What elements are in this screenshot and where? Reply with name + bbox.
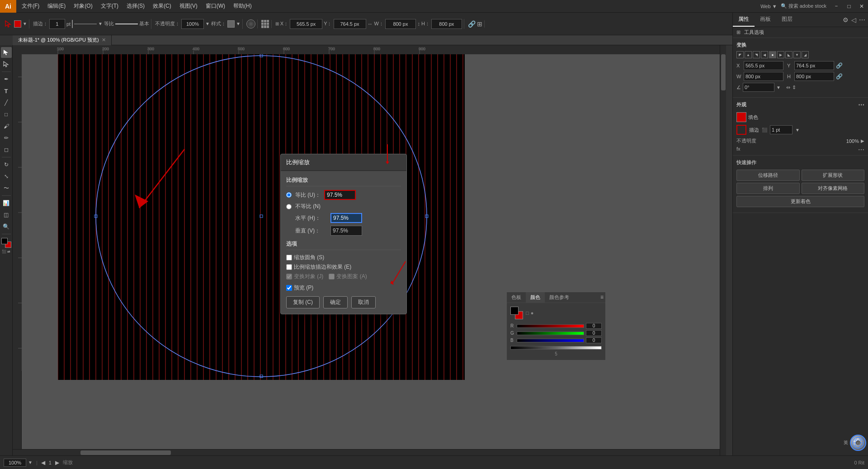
x-input[interactable] — [290, 19, 322, 29]
stroke-size-input[interactable] — [49, 19, 65, 29]
menu-edit[interactable]: 编辑(E) — [44, 1, 69, 11]
cp-tab-swatches[interactable]: 色板 — [507, 292, 526, 303]
uniform-value-input[interactable]: 97.5% — [324, 190, 356, 200]
horizontal-scrollbar[interactable] — [13, 449, 720, 455]
v-scroll-thumb[interactable] — [721, 54, 726, 90]
angle-dropdown-icon[interactable]: ▼ — [776, 85, 781, 90]
x-value-input[interactable] — [744, 61, 783, 70]
line-tool[interactable]: ╱ — [1, 97, 12, 108]
menu-view[interactable]: 视图(V) — [176, 1, 201, 11]
h-input[interactable] — [431, 19, 462, 29]
align-mr-icon[interactable]: ▶ — [777, 51, 784, 58]
horizontal-value-input[interactable]: 97.5% — [330, 213, 362, 223]
align-tl-icon[interactable]: ◤ — [736, 51, 744, 58]
globe-icon[interactable]: ⬡ — [850, 435, 866, 451]
panel-settings-icon[interactable]: ⚙ — [843, 16, 849, 24]
cp-tab-guide[interactable]: 颜色参考 — [545, 292, 574, 303]
offset-path-button[interactable]: 位移路径 — [736, 170, 800, 181]
align-tc-icon[interactable]: ▲ — [745, 51, 752, 58]
close-button[interactable]: ✕ — [855, 0, 868, 13]
fill-color-swatch[interactable] — [14, 20, 21, 28]
fx-label[interactable]: fx — [736, 146, 741, 152]
panel-expand-icon[interactable]: ◁ — [851, 16, 856, 24]
direct-selection-tool[interactable] — [1, 59, 12, 70]
flip-h-icon[interactable]: ⇔ — [786, 85, 790, 90]
align-ml-icon[interactable]: ◀ — [761, 51, 768, 58]
default-colors-icon[interactable]: ⬛ — [2, 250, 6, 254]
cancel-button[interactable]: 取消 — [351, 296, 376, 308]
menu-window[interactable]: 窗口(W) — [202, 1, 229, 11]
align-bl-icon[interactable]: ◣ — [785, 51, 793, 58]
flip-v-icon[interactable]: ⇕ — [792, 85, 796, 90]
align-bc-icon[interactable]: ▼ — [793, 51, 801, 58]
stroke-dropdown-icon[interactable]: ▼ — [795, 128, 800, 133]
w-value-input[interactable] — [744, 72, 783, 81]
eraser-tool[interactable]: ◻ — [1, 144, 12, 155]
expand-shape-button[interactable]: 扩展形状 — [802, 170, 865, 181]
panel-more-icon[interactable]: ⋯ — [859, 16, 865, 24]
graph-tool[interactable]: 📊 — [1, 198, 12, 208]
appearance-expand-icon[interactable]: ⋯ — [858, 146, 864, 153]
cp-tab-color[interactable]: 颜色 — [526, 292, 545, 303]
recolor-button[interactable]: 更新着色 — [736, 196, 864, 207]
scale-corners-checkbox[interactable] — [286, 255, 292, 261]
angle-input[interactable] — [743, 83, 774, 92]
vertical-scrollbar[interactable] — [720, 45, 726, 455]
menu-text[interactable]: 文字(T) — [97, 1, 122, 11]
grayscale-bar[interactable] — [510, 346, 602, 350]
h-value-input[interactable] — [794, 72, 834, 81]
search-adobe[interactable]: 🔍 搜索 adobe stock — [781, 3, 826, 9]
navigate-left-icon[interactable]: ◀ — [41, 460, 45, 466]
swap-colors-icon[interactable]: ⇄ — [7, 250, 10, 254]
b-input[interactable] — [586, 337, 602, 343]
type-tool[interactable]: T — [1, 85, 12, 96]
tab-document[interactable]: 未标题-1* @ 100% (RGB/GPU 预览) ✕ — [13, 35, 112, 45]
color-solid-icon[interactable]: ● — [531, 310, 534, 316]
color-panel-menu-icon[interactable]: ≡ — [599, 292, 605, 303]
maximize-button[interactable]: □ — [843, 0, 855, 13]
scale-tool[interactable]: ⤡ — [1, 171, 12, 182]
tab-artboards[interactable]: 画板 — [755, 13, 776, 27]
menu-file[interactable]: 文件(F) — [18, 1, 43, 11]
uniform-radio[interactable] — [286, 192, 292, 198]
pen-tool[interactable]: ✒ — [1, 74, 12, 85]
link-xy-icon[interactable]: 🔗 — [836, 62, 843, 69]
y-input[interactable] — [334, 19, 366, 29]
pencil-tool[interactable]: ✏ — [1, 133, 12, 143]
warp-tool[interactable]: 〜 — [1, 183, 12, 194]
navigate-right-icon[interactable]: ▶ — [55, 460, 59, 466]
align-br-icon[interactable]: ◢ — [802, 51, 809, 58]
copy-button[interactable]: 复制 (C) — [286, 296, 320, 308]
rectangle-tool[interactable]: □ — [1, 109, 12, 120]
menu-help[interactable]: 帮助(H) — [230, 1, 255, 11]
stroke-color-indicator[interactable] — [736, 125, 746, 135]
minimize-button[interactable]: － — [830, 0, 843, 13]
paintbrush-tool[interactable]: 🖌 — [1, 121, 12, 132]
selection-tool[interactable] — [1, 47, 12, 58]
tab-properties[interactable]: 属性 — [733, 13, 755, 27]
fill-swatch-tool[interactable] — [1, 238, 8, 244]
r-input[interactable] — [586, 323, 602, 329]
zoom-dropdown-icon[interactable]: ▼ — [28, 460, 33, 465]
stroke-weight-input[interactable] — [770, 125, 793, 134]
tab-close-button[interactable]: ✕ — [102, 37, 106, 43]
g-input[interactable] — [586, 330, 602, 336]
b-gradient-bar[interactable] — [517, 339, 584, 342]
align-mc-icon[interactable]: ● — [769, 51, 776, 58]
fill-color-indicator[interactable] — [736, 112, 746, 122]
non-uniform-radio[interactable] — [286, 204, 292, 209]
menu-object[interactable]: 对象(O) — [70, 1, 96, 11]
r-gradient-bar[interactable] — [517, 324, 584, 328]
color-mode-icon[interactable]: □ — [526, 310, 529, 316]
scale-strokes-checkbox[interactable] — [286, 264, 292, 270]
zoom-input[interactable]: 100% — [4, 459, 26, 467]
zoom-tool[interactable]: 🔍 — [1, 221, 12, 232]
align-pixel-button[interactable]: 对齐像素网格 — [802, 183, 865, 194]
confirm-button[interactable]: 确定 — [323, 296, 348, 308]
rotate-tool[interactable]: ↻ — [1, 159, 12, 170]
preview-checkbox[interactable] — [286, 285, 292, 291]
align-tr-icon[interactable]: ◥ — [753, 51, 760, 58]
menu-effect[interactable]: 效果(C) — [149, 1, 175, 11]
menu-select[interactable]: 选择(S) — [123, 1, 148, 11]
appearance-more-icon[interactable]: ⋯ — [858, 101, 864, 109]
